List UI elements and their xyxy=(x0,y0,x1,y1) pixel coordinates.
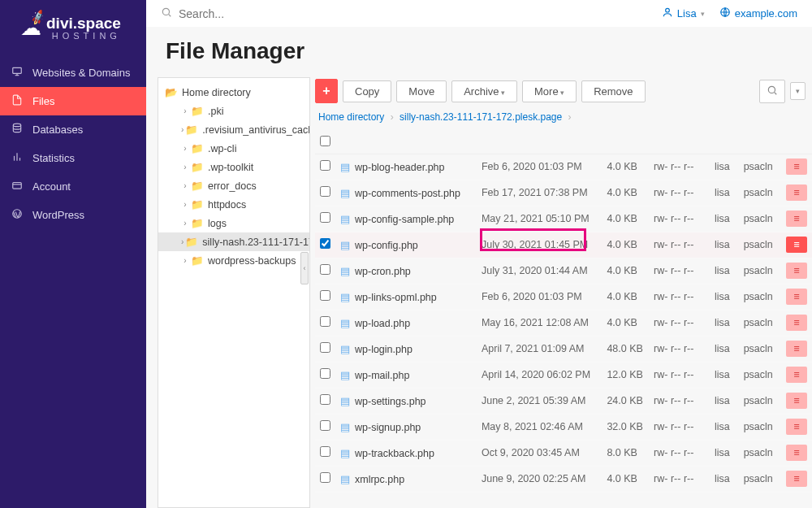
file-permissions: rw- r-- r-- xyxy=(649,284,710,310)
file-group: psacln xyxy=(739,414,781,440)
row-checkbox[interactable] xyxy=(320,342,330,353)
row-actions-button[interactable]: ≡ xyxy=(786,315,807,331)
user-menu[interactable]: Lisa ▾ xyxy=(662,7,705,20)
breadcrumb-home[interactable]: Home directory xyxy=(318,111,384,123)
archive-button[interactable]: Archive xyxy=(451,80,517,102)
row-actions-button[interactable]: ≡ xyxy=(786,158,807,175)
user-icon xyxy=(662,7,673,20)
sidebar-item-files[interactable]: Files xyxy=(0,87,146,115)
row-actions-button[interactable]: ≡ xyxy=(786,471,807,487)
file-pane: + Copy Move Archive More Remove ▾ Home d… xyxy=(315,77,812,508)
copy-button[interactable]: Copy xyxy=(343,80,391,102)
sidebar-item-statistics[interactable]: Statistics xyxy=(0,144,146,172)
table-row[interactable]: ▤wp-comments-post.phpFeb 17, 2021 07:38 … xyxy=(315,180,812,206)
row-checkbox[interactable] xyxy=(320,264,330,275)
folder-icon: 📁 xyxy=(191,217,204,229)
chevron-down-icon: ▾ xyxy=(701,10,705,18)
file-icon: ▤ xyxy=(340,240,350,251)
table-row[interactable]: ▤wp-links-opml.phpFeb 6, 2020 01:03 PM4.… xyxy=(315,284,812,310)
table-row[interactable]: ▤wp-signup.phpMay 8, 2021 02:46 AM32.0 K… xyxy=(315,414,812,440)
row-actions-button[interactable]: ≡ xyxy=(786,445,807,461)
file-permissions: rw- r-- r-- xyxy=(649,180,710,206)
file-icon: ▤ xyxy=(340,162,350,173)
table-row[interactable]: ▤wp-settings.phpJune 2, 2021 05:39 AM24.… xyxy=(315,388,812,414)
sidebar: ☁🚀 divi.space HOSTING Websites & Domains… xyxy=(0,0,146,508)
tree-root[interactable]: 📂 Home directory xyxy=(158,83,309,102)
row-actions-button[interactable]: ≡ xyxy=(786,393,807,409)
row-checkbox[interactable] xyxy=(320,446,330,457)
search-wrap xyxy=(161,7,662,20)
tree-item-label: wordpress-backups xyxy=(208,255,296,267)
file-name: wp-blog-header.php xyxy=(355,162,445,173)
row-actions-button[interactable]: ≡ xyxy=(786,185,807,201)
tree-item[interactable]: ›📁.wp-toolkit xyxy=(158,158,309,176)
move-button[interactable]: Move xyxy=(396,80,447,102)
row-actions-button[interactable]: ≡ xyxy=(786,341,807,357)
table-row[interactable]: ▤xmlrpc.phpJune 9, 2020 02:25 AM4.0 KBrw… xyxy=(315,466,812,492)
file-name: xmlrpc.php xyxy=(355,474,404,485)
row-actions-button[interactable]: ≡ xyxy=(786,211,807,227)
file-icon: ▤ xyxy=(340,214,350,225)
chevron-right-icon: › xyxy=(181,181,189,190)
file-group: psacln xyxy=(739,362,781,388)
table-row[interactable]: ▤wp-mail.phpApril 14, 2020 06:02 PM12.0 … xyxy=(315,362,812,388)
row-checkbox[interactable] xyxy=(320,472,330,483)
tree-item[interactable]: ›📁wordpress-backups xyxy=(158,251,309,270)
file-date: Feb 6, 2020 01:03 PM xyxy=(477,284,602,310)
table-row[interactable]: ▤wp-blog-header.phpFeb 6, 2020 01:03 PM4… xyxy=(315,154,812,180)
tree-item[interactable]: ›📁error_docs xyxy=(158,176,309,195)
file-name: wp-settings.php xyxy=(355,396,426,407)
svg-point-12 xyxy=(665,8,669,12)
file-owner: lisa xyxy=(710,440,739,466)
files-icon xyxy=(11,94,24,108)
tree-item[interactable]: ›📁.revisium_antivirus_cache xyxy=(158,120,309,139)
chevron-right-icon: › xyxy=(181,219,189,228)
tree-item[interactable]: ›📁httpdocs xyxy=(158,195,309,214)
breadcrumb-current[interactable]: silly-nash.23-111-171-172.plesk.page xyxy=(400,111,562,123)
svg-line-15 xyxy=(775,92,777,94)
tree-item[interactable]: ›📁logs xyxy=(158,214,309,232)
more-button[interactable]: More xyxy=(522,80,577,102)
sidebar-item-databases[interactable]: Databases xyxy=(0,115,146,144)
row-checkbox[interactable] xyxy=(320,368,330,379)
file-owner: lisa xyxy=(710,310,739,336)
search-input[interactable] xyxy=(179,7,422,20)
tree-item[interactable]: ›📁silly-nash.23-111-171-172 xyxy=(158,232,309,251)
sidebar-item-wordpress[interactable]: WordPress xyxy=(0,201,146,229)
tree-item[interactable]: ›📁.pki xyxy=(158,102,309,120)
row-actions-button[interactable]: ≡ xyxy=(786,237,807,253)
row-checkbox[interactable] xyxy=(320,316,330,327)
row-checkbox[interactable] xyxy=(320,160,330,171)
select-all-checkbox[interactable] xyxy=(320,136,330,146)
add-button[interactable]: + xyxy=(315,79,338,103)
table-row[interactable]: ▤wp-config-sample.phpMay 21, 2021 05:10 … xyxy=(315,206,812,232)
table-row[interactable]: ▤wp-cron.phpJuly 31, 2020 01:44 AM4.0 KB… xyxy=(315,258,812,284)
search-files-button[interactable] xyxy=(759,80,785,103)
site-link[interactable]: example.com xyxy=(719,7,797,20)
file-permissions: rw- r-- r-- xyxy=(649,206,710,232)
file-size: 4.0 KB xyxy=(602,284,649,310)
row-checkbox[interactable] xyxy=(320,420,330,431)
row-checkbox[interactable] xyxy=(320,212,330,223)
chart-icon xyxy=(11,151,24,165)
sidebar-item-websites-domains[interactable]: Websites & Domains xyxy=(0,59,146,87)
table-row[interactable]: ▤wp-load.phpMay 16, 2021 12:08 AM4.0 KBr… xyxy=(315,310,812,336)
row-checkbox[interactable] xyxy=(320,238,330,249)
row-checkbox[interactable] xyxy=(320,290,330,301)
row-actions-button[interactable]: ≡ xyxy=(786,367,807,383)
remove-button[interactable]: Remove xyxy=(581,80,645,102)
table-row[interactable]: ▤wp-trackback.phpOct 9, 2020 03:45 AM8.0… xyxy=(315,440,812,466)
table-row[interactable]: ▤wp-config.phpJuly 30, 2021 01:45 PM4.0 … xyxy=(315,232,812,258)
view-options-button[interactable]: ▾ xyxy=(790,82,806,100)
row-checkbox[interactable] xyxy=(320,186,330,197)
tree-item[interactable]: ›📁.wp-cli xyxy=(158,139,309,158)
row-actions-button[interactable]: ≡ xyxy=(786,263,807,279)
tree-collapse-handle[interactable]: ‹ xyxy=(300,252,309,284)
sidebar-item-account[interactable]: Account xyxy=(0,172,146,201)
folder-icon: 📁 xyxy=(191,161,204,173)
row-checkbox[interactable] xyxy=(320,394,330,405)
row-actions-button[interactable]: ≡ xyxy=(786,419,807,435)
table-row[interactable]: ▤wp-login.phpApril 7, 2021 01:09 AM48.0 … xyxy=(315,336,812,362)
chevron-right-icon: › xyxy=(181,144,189,153)
row-actions-button[interactable]: ≡ xyxy=(786,289,807,305)
